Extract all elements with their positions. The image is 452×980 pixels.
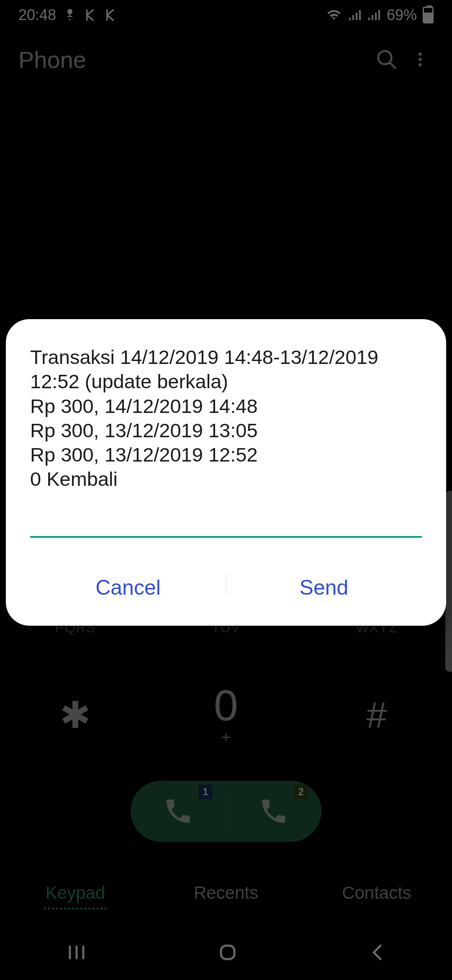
scroll-indicator [445, 491, 452, 672]
cancel-button[interactable]: Cancel [30, 568, 226, 609]
send-button[interactable]: Send [226, 568, 422, 609]
ussd-input[interactable] [30, 503, 422, 538]
ussd-message: Transaksi 14/12/2019 14:48-13/12/2019 12… [30, 345, 422, 492]
ussd-dialog: Transaksi 14/12/2019 14:48-13/12/2019 12… [6, 319, 446, 626]
